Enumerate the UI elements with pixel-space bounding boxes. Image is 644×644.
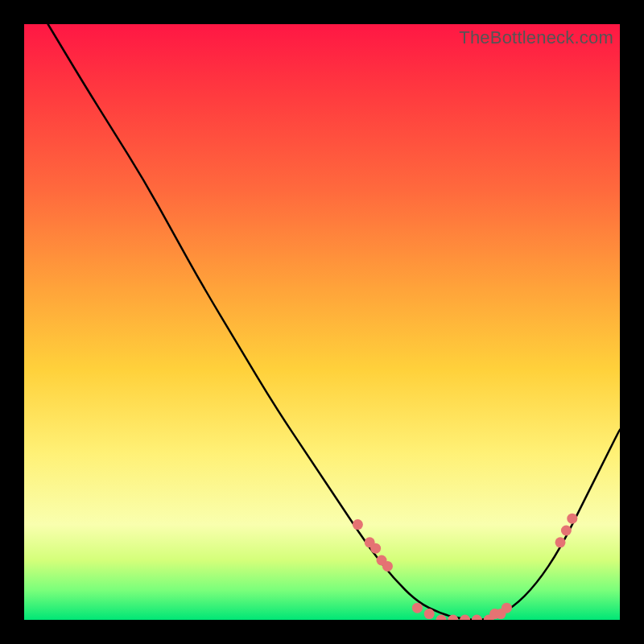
marker-dot: [424, 609, 435, 619]
marker-dot: [460, 615, 470, 621]
marker-dot: [567, 514, 577, 524]
marker-dot: [382, 561, 393, 572]
chart-frame: TheBottleneck.com: [0, 0, 644, 644]
marker-dot: [370, 543, 381, 554]
marker-dot: [502, 603, 512, 613]
marker-dot: [412, 603, 423, 613]
marker-dot: [472, 615, 482, 621]
marker-dot: [353, 519, 363, 530]
curve-svg: [24, 24, 620, 620]
marker-dot: [561, 526, 572, 536]
marker-dot: [555, 537, 566, 547]
bottleneck-curve-path: [48, 24, 620, 620]
marker-group: [353, 514, 577, 620]
plot-area: TheBottleneck.com: [24, 24, 620, 620]
